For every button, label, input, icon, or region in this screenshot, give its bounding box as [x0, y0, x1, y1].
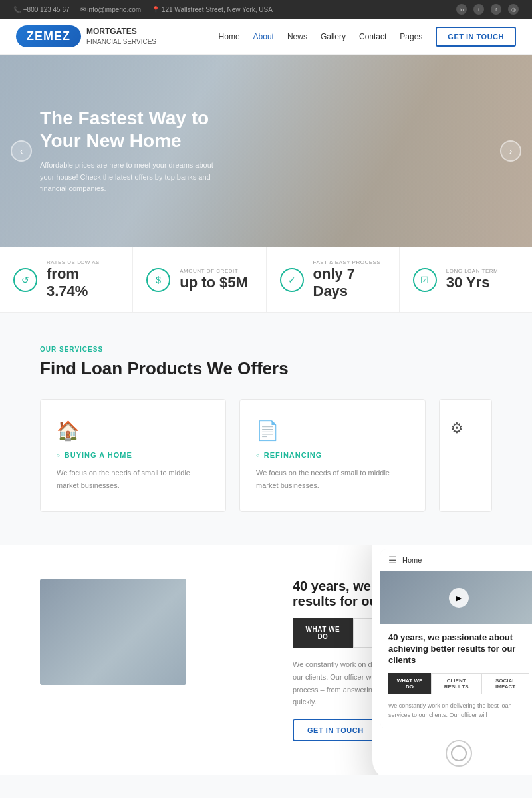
hamburger-icon: ☰	[388, 555, 397, 565]
rates-icon: ↺	[13, 268, 37, 292]
nav-contact[interactable]: Contact	[359, 32, 386, 41]
service-card-home: 🏠 BUYING A HOME We focus on the needs of…	[40, 399, 226, 512]
nav-about[interactable]: About	[253, 32, 274, 41]
phone-tab-what-we-do[interactable]: WHAT WE DO	[388, 673, 431, 694]
nav-pages[interactable]: Pages	[400, 32, 422, 41]
header: ZEMEZ MORTGATES FINANCIAL SERVICES Home …	[0, 19, 532, 55]
testimonials-section: WHAT PEOPLE SAY Some of our Awesome Test…	[0, 775, 532, 798]
hero-next-button[interactable]: ›	[500, 140, 521, 162]
phone-title: 40 years, we passionate about achieving …	[388, 632, 529, 666]
phone-home-inner	[451, 745, 467, 761]
phone-home-button[interactable]	[446, 740, 472, 767]
topbar-address: 📍 121 Wallstreet Street, New York, USA	[152, 6, 273, 13]
stat-rates: ↺ RATES US LOW AS from 3.74%	[0, 247, 133, 312]
service-card-refi: 📄 REFINANCING We focus on the needs of s…	[239, 399, 426, 512]
service-card-home-desc: We focus on the needs of small to middle…	[57, 467, 209, 491]
process-icon: ✓	[280, 268, 304, 292]
hero-subtitle: Affordable prices are here to meet your …	[40, 160, 226, 195]
stat-credit: $ AMOUNT OF CREDIT up to $5M	[133, 247, 266, 312]
phone-tab-client-results[interactable]: CLIENT RESULTS	[431, 673, 481, 694]
other-service-icon: ⚙	[450, 420, 481, 437]
topbar-email: ✉ info@imperio.com	[80, 6, 142, 13]
main-nav: Home About News Gallery Contact Pages GE…	[219, 27, 516, 47]
phone-content: 40 years, we passionate about achieving …	[380, 624, 532, 728]
term-icon: ☑	[413, 268, 437, 292]
phone-mockup: ☰ Home ▶ 40 years, we passionate about a…	[372, 545, 532, 775]
about-image: ▶	[40, 579, 186, 685]
hero-section: The Fastest Way to Your New Home Afforda…	[0, 55, 532, 247]
about-cta-button[interactable]: GET IN TOUCH	[293, 719, 378, 741]
tab-what-we-do[interactable]: WHAT WE DO	[293, 618, 353, 648]
instagram-icon[interactable]: ◎	[508, 4, 519, 15]
service-card-home-title: BUYING A HOME	[57, 451, 209, 459]
stat-process: ✓ FAST & EASY PROCESS only 7 Days	[267, 247, 400, 312]
get-in-touch-button[interactable]: GET IN TOUCH	[436, 27, 516, 47]
topbar: 📞 +800 123 45 67 ✉ info@imperio.com 📍 12…	[0, 0, 532, 19]
linkedin-icon[interactable]: in	[456, 4, 467, 15]
about-image-area: ▶	[40, 579, 266, 685]
service-card-refi-desc: We focus on the needs of small to middle…	[256, 467, 409, 491]
stat-term: ☑ LONG LOAN TERM 30 Yrs	[400, 247, 532, 312]
phone-screen: ☰ Home ▶ 40 years, we passionate about a…	[380, 549, 532, 728]
stat-term-label: LONG LOAN TERM	[446, 268, 498, 274]
phone-tab-social-impact[interactable]: SOCIAL IMPACT	[481, 673, 529, 694]
service-cards-list: 🏠 BUYING A HOME We focus on the needs of…	[40, 399, 492, 512]
service-card-refi-title: REFINANCING	[256, 451, 409, 459]
stats-bar: ↺ RATES US LOW AS from 3.74% $ AMOUNT OF…	[0, 247, 532, 313]
hero-prev-button[interactable]: ‹	[11, 140, 32, 162]
stat-credit-label: AMOUNT OF CREDIT	[180, 268, 248, 274]
services-section: OUR SERVICESS Find Loan Products We Offe…	[0, 313, 532, 545]
logo: ZEMEZ MORTGATES FINANCIAL SERVICES	[16, 25, 156, 47]
stat-term-value: 30 Yrs	[446, 274, 498, 291]
hero-title: The Fastest Way to Your New Home	[40, 107, 239, 152]
phone-nav-label: Home	[402, 556, 422, 564]
service-card-partial: ⚙	[439, 399, 492, 512]
phone-video-thumb: ▶	[380, 571, 532, 624]
stat-credit-value: up to $5M	[180, 274, 248, 291]
hero-content: The Fastest Way to Your New Home Afforda…	[0, 87, 279, 215]
phone-play-button[interactable]: ▶	[449, 588, 469, 608]
social-links: in t f ◎	[456, 4, 519, 15]
stat-rates-label: RATES US LOW AS	[47, 259, 119, 265]
stat-process-label: FAST & EASY PROCESS	[313, 259, 386, 265]
stat-rates-value: from 3.74%	[47, 265, 119, 300]
phone-nav-bar: ☰ Home	[380, 549, 532, 571]
services-title: Find Loan Products We Offers	[40, 358, 492, 379]
twitter-icon[interactable]: t	[473, 4, 484, 15]
credit-icon: $	[146, 268, 170, 292]
refi-service-icon: 📄	[256, 420, 409, 442]
services-label: OUR SERVICESS	[40, 346, 492, 353]
logo-badge: ZEMEZ	[16, 25, 81, 47]
nav-home[interactable]: Home	[219, 32, 240, 41]
facebook-icon[interactable]: f	[491, 4, 501, 15]
stat-process-value: only 7 Days	[313, 265, 386, 300]
phone-tabs: WHAT WE DO CLIENT RESULTS SOCIAL IMPACT	[388, 673, 529, 694]
about-section: ▶ 40 years, we passionate better results…	[0, 545, 532, 775]
brand-name: MORTGATES FINANCIAL SERVICES	[86, 27, 156, 46]
nav-gallery[interactable]: Gallery	[321, 32, 346, 41]
nav-news[interactable]: News	[287, 32, 307, 41]
home-service-icon: 🏠	[57, 420, 209, 442]
topbar-phone: 📞 +800 123 45 67	[13, 6, 70, 13]
phone-tab-text: We constantly work on delivering the bes…	[388, 701, 529, 720]
